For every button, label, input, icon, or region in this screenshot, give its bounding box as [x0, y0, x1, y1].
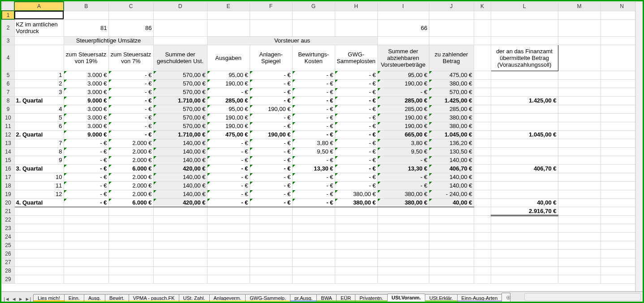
- cell-G28[interactable]: [292, 266, 335, 275]
- cell-G18[interactable]: - €: [292, 181, 335, 190]
- cell-F24[interactable]: [250, 232, 292, 241]
- select-all-corner[interactable]: [2, 2, 14, 11]
- cell-K29[interactable]: [474, 275, 491, 283]
- cell-I26[interactable]: [377, 249, 429, 258]
- col-header-L[interactable]: L: [491, 2, 558, 11]
- cell-I29[interactable]: [377, 275, 429, 283]
- cell-F26[interactable]: [250, 249, 292, 258]
- cell-E28[interactable]: [207, 266, 250, 275]
- cell-A16[interactable]: 3. Quartal: [14, 164, 64, 173]
- cell-I12[interactable]: 665,00 €: [377, 130, 429, 139]
- cell-I7[interactable]: - €: [377, 88, 429, 96]
- cell-A20[interactable]: 4. Quartal: [14, 198, 64, 207]
- cell-E9[interactable]: 95,00 €: [207, 105, 250, 113]
- tab-nav-prev[interactable]: ◄: [11, 296, 17, 302]
- cell-L18[interactable]: [491, 181, 558, 190]
- cell-L1[interactable]: [491, 11, 558, 19]
- cell-N9[interactable]: [601, 105, 635, 113]
- sheet-tab-UStZahl[interactable]: USt. Zahl.: [179, 294, 210, 302]
- cell-N13[interactable]: [601, 139, 635, 147]
- cell-H20[interactable]: 380,00 €: [335, 198, 377, 207]
- cell-I27[interactable]: [377, 258, 429, 266]
- cell-E21[interactable]: [207, 207, 250, 215]
- col-header-J[interactable]: J: [429, 2, 474, 11]
- cell-N22[interactable]: [601, 215, 635, 224]
- col-label-F[interactable]: Anlagen-Spiegel: [250, 45, 292, 71]
- cell-G15[interactable]: - €: [292, 156, 335, 164]
- cell-L25[interactable]: [491, 241, 558, 249]
- tab-nav-last[interactable]: ►|: [25, 296, 32, 302]
- cell-L9[interactable]: [491, 105, 558, 113]
- cell-G11[interactable]: - €: [292, 122, 335, 130]
- cell-N27[interactable]: [601, 258, 635, 266]
- col-header-A[interactable]: A: [14, 2, 64, 11]
- cell-L3[interactable]: [491, 36, 558, 45]
- cell-G19[interactable]: - €: [292, 190, 335, 198]
- row-header-2[interactable]: 2: [2, 19, 14, 36]
- cell-F28[interactable]: [250, 266, 292, 275]
- cell-L22[interactable]: [491, 215, 558, 224]
- cell-B8[interactable]: 9.000 €: [64, 96, 108, 105]
- cell-M15[interactable]: [558, 156, 601, 164]
- cell-E12[interactable]: 475,00 €: [207, 130, 250, 139]
- cell-L23[interactable]: [491, 224, 558, 232]
- cell-J28[interactable]: [429, 266, 474, 275]
- cell-K23[interactable]: [474, 224, 491, 232]
- cell-G22[interactable]: [292, 215, 335, 224]
- cell-G26[interactable]: [292, 249, 335, 258]
- row-header-20[interactable]: 20: [2, 198, 14, 207]
- cell-G7[interactable]: - €: [292, 88, 335, 96]
- row-header-10[interactable]: 10: [2, 113, 14, 122]
- cell-L11[interactable]: [491, 122, 558, 130]
- cell-C1[interactable]: [108, 11, 153, 19]
- cell-A9[interactable]: 4: [14, 105, 64, 113]
- row-header-14[interactable]: 14: [2, 147, 14, 156]
- cell-I16[interactable]: 13,30 €: [377, 164, 429, 173]
- cell-G8[interactable]: - €: [292, 96, 335, 105]
- sheet-tab-EinnAusgArten[interactable]: Einn-Ausg-Arten: [457, 294, 502, 302]
- cell-C27[interactable]: [108, 258, 153, 266]
- cell-C9[interactable]: - €: [108, 105, 153, 113]
- sheet-tab-ER[interactable]: EÜR: [336, 294, 355, 302]
- cell-E11[interactable]: 190,00 €: [207, 122, 250, 130]
- row-header-15[interactable]: 15: [2, 156, 14, 164]
- cell-D2[interactable]: [153, 19, 207, 36]
- col-header-E[interactable]: E: [207, 2, 250, 11]
- cell-N14[interactable]: [601, 147, 635, 156]
- cell-H1[interactable]: [335, 11, 377, 19]
- cell-K26[interactable]: [474, 249, 491, 258]
- cell-M13[interactable]: [558, 139, 601, 147]
- sheet-tab-Bewirt[interactable]: Bewirt.: [105, 294, 129, 302]
- sheet-tab-BWA[interactable]: BWA: [316, 294, 337, 302]
- cell-F6[interactable]: - €: [250, 79, 292, 88]
- cell-C13[interactable]: 2.000 €: [108, 139, 153, 147]
- col-label-H[interactable]: GWG-Sammeplosten: [335, 45, 377, 71]
- sheet-tab-prAusg[interactable]: pr.Ausg.: [290, 294, 317, 302]
- cell-C21[interactable]: [108, 207, 153, 215]
- cell-B14[interactable]: - €: [64, 147, 108, 156]
- cell-B26[interactable]: [64, 249, 108, 258]
- cell-K1[interactable]: [474, 11, 491, 19]
- cell-J2[interactable]: [429, 19, 474, 36]
- cell-L10[interactable]: [491, 113, 558, 122]
- cell-J3[interactable]: [429, 36, 474, 45]
- cell-F10[interactable]: - €: [250, 113, 292, 122]
- cell-M26[interactable]: [558, 249, 601, 258]
- cell-D22[interactable]: [153, 215, 207, 224]
- row-header-6[interactable]: 6: [2, 79, 14, 88]
- cell-I11[interactable]: 190,00 €: [377, 122, 429, 130]
- cell-J6[interactable]: 380,00 €: [429, 79, 474, 88]
- cell-K13[interactable]: [474, 139, 491, 147]
- row-header-8[interactable]: 8: [2, 96, 14, 105]
- cell-L16[interactable]: 406,70 €: [491, 164, 558, 173]
- cell-A21[interactable]: [14, 207, 64, 215]
- cell-A2[interactable]: KZ im amtlichen Vordruck: [14, 19, 64, 36]
- cell-H6[interactable]: - €: [335, 79, 377, 88]
- cell-J10[interactable]: 380,00 €: [429, 113, 474, 122]
- col-label-E[interactable]: Ausgaben: [207, 45, 250, 71]
- cell-M17[interactable]: [558, 173, 601, 181]
- cell-F12[interactable]: 190,00 €: [250, 130, 292, 139]
- cell-I14[interactable]: 9,50 €: [377, 147, 429, 156]
- cell-M16[interactable]: [558, 164, 601, 173]
- cell-H10[interactable]: - €: [335, 113, 377, 122]
